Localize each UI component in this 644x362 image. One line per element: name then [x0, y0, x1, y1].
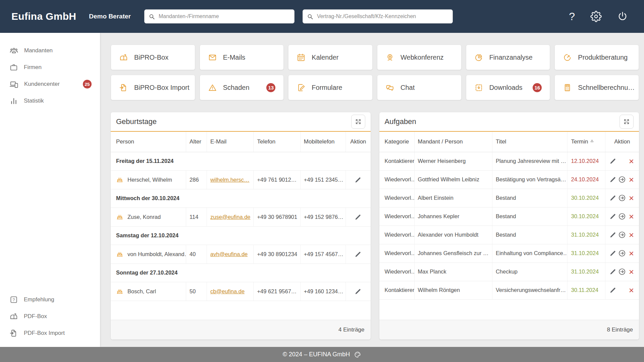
delete-x-icon[interactable]: ×: [627, 156, 636, 167]
tile-downloads[interactable]: Downloads 16: [466, 75, 550, 100]
task-title: Bestätigung von Vertragsä…: [492, 170, 568, 189]
edit-pencil-icon[interactable]: [609, 248, 617, 259]
edit-pencil-icon[interactable]: [609, 174, 617, 185]
birthdays-panel-header: Geburtstage: [111, 112, 371, 132]
page-footer: © 2024 – EUFINA GmbH: [0, 347, 644, 362]
task-title: Planung Jahresreview mit …: [492, 152, 568, 170]
sidebar-item-label: Mandanten: [24, 47, 53, 54]
task-row: Wiedervorl… Gottfried Wilhelm Leibniz Be…: [379, 170, 639, 189]
forward-arrow-icon[interactable]: [618, 248, 626, 259]
forward-arrow-icon[interactable]: [618, 230, 626, 240]
delete-x-icon[interactable]: ×: [627, 285, 636, 296]
sidebar-item-pdf-box[interactable]: PDF-Box: [0, 308, 100, 325]
birthday-row: Zuse, Konrad 114 zuse@eufina.de +49 30 9…: [111, 207, 371, 226]
email-link[interactable]: cb@eufina.de: [210, 288, 245, 294]
settings-gear-icon[interactable]: [590, 11, 602, 22]
person-mobile: +49 151 2345…: [300, 170, 346, 189]
forward-arrow-icon[interactable]: [618, 174, 626, 185]
cake-icon: [116, 288, 123, 295]
contract-search-input[interactable]: [316, 13, 448, 20]
column-header-termin[interactable]: Termin: [568, 132, 605, 152]
forward-arrow-icon[interactable]: [618, 193, 626, 203]
sidebar-item-empfehlung[interactable]: ? Empfehlung: [0, 291, 100, 308]
tile-webkonferenz[interactable]: Webkonferenz: [377, 45, 462, 70]
edit-pencil-icon[interactable]: [353, 286, 364, 297]
delete-x-icon[interactable]: ×: [627, 211, 636, 222]
dashboard-panels: Geburtstage Person Alter E-Mail Telefon …: [111, 112, 639, 340]
column-header-aktion: Aktion: [346, 132, 371, 152]
tile-bipro-box[interactable]: BiPRO-Box: [111, 45, 195, 70]
tile-formulare[interactable]: Formulare: [288, 75, 373, 100]
delete-x-icon[interactable]: ×: [627, 248, 636, 259]
edit-pencil-icon[interactable]: [609, 285, 617, 296]
tile-produktberatung[interactable]: Produktberatung: [554, 45, 639, 70]
edit-pencil-icon[interactable]: [609, 266, 617, 277]
edit-pencil-icon[interactable]: [353, 249, 364, 259]
client-search: [144, 9, 294, 23]
tile-label: Formulare: [312, 84, 342, 92]
tasks-footer: 8 Einträge: [379, 320, 639, 340]
edit-pencil-icon[interactable]: [609, 156, 617, 167]
edit-pencil-icon[interactable]: [609, 211, 617, 222]
sidebar-item-mandanten[interactable]: Mandanten: [0, 42, 100, 59]
email-link[interactable]: avh@eufina.de: [210, 251, 248, 257]
client-search-input[interactable]: [158, 13, 290, 20]
sidebar-item-label: PDF-Box: [24, 313, 47, 320]
birthdays-table: Person Alter E-Mail Telefon Mobiltelefon…: [111, 132, 371, 301]
mailbox-icon: [9, 312, 18, 321]
tile-schnellberechnung[interactable]: Schnellberechnu…: [554, 75, 639, 100]
tile-label: Schaden: [223, 84, 250, 92]
sidebar-item-kundencenter[interactable]: Kundencenter 25: [0, 76, 100, 93]
tile-emails[interactable]: E-Mails: [200, 45, 284, 70]
task-client: Johannes Gensfleisch zur …: [414, 244, 492, 262]
task-category: Kontaktieren: [379, 152, 415, 170]
panel-title: Geburtstage: [116, 117, 157, 126]
cake-icon: [116, 250, 123, 258]
tile-finanzanalyse[interactable]: Finanzanalyse: [466, 45, 550, 70]
warning-icon: [208, 83, 217, 92]
chat-icon: [385, 83, 394, 92]
forward-arrow-icon[interactable]: [618, 211, 626, 222]
expand-icon[interactable]: [620, 115, 634, 129]
sidebar-item-pdf-box-import[interactable]: PDF-Box Import: [0, 325, 100, 342]
quick-tiles: BiPRO-Box E-Mails Kalender Webkonferenz …: [111, 45, 639, 100]
downloads-badge: 16: [533, 83, 542, 92]
help-icon[interactable]: ?: [569, 11, 575, 22]
delete-x-icon[interactable]: ×: [627, 193, 636, 203]
edit-pencil-icon[interactable]: [609, 230, 617, 240]
copyright-text: © 2024 – EUFINA GmbH: [283, 351, 350, 358]
task-due-date: 30.11.2024: [568, 281, 605, 299]
birthday-row: von Humboldt, Alexand… 40 avh@eufina.de …: [111, 245, 371, 263]
tile-chat[interactable]: Chat: [377, 75, 462, 100]
forward-arrow-icon[interactable]: [618, 266, 626, 277]
task-category: Wiedervorl…: [379, 244, 415, 262]
devices-icon: [9, 80, 18, 89]
edit-pencil-icon[interactable]: [609, 193, 617, 203]
delete-x-icon[interactable]: ×: [627, 266, 636, 277]
email-link[interactable]: zuse@eufina.de: [210, 214, 251, 220]
task-title: Checkup: [492, 262, 568, 281]
tile-schaden[interactable]: Schaden 13: [200, 75, 284, 100]
bar-chart-icon: [9, 97, 18, 105]
person-age: 40: [186, 245, 207, 263]
email-link[interactable]: wilhelm.hersc…: [210, 177, 249, 183]
edit-pencil-icon[interactable]: [353, 174, 364, 185]
power-icon[interactable]: [617, 11, 628, 22]
tile-kalender[interactable]: Kalender: [288, 45, 373, 70]
delete-x-icon[interactable]: ×: [627, 174, 636, 185]
palette-icon[interactable]: [354, 351, 361, 358]
sidebar-item-statistik[interactable]: Statistik: [0, 93, 100, 109]
tasks-header-row: Kategorie Mandant / Person Titel Termin …: [379, 132, 639, 152]
person-age: 50: [186, 282, 207, 301]
expand-icon[interactable]: [351, 115, 365, 129]
sidebar-item-firmen[interactable]: Firmen: [0, 59, 100, 76]
sidebar-item-label: Firmen: [24, 64, 42, 71]
edit-pencil-icon[interactable]: [353, 212, 364, 222]
column-header-person: Person: [111, 132, 186, 152]
delete-x-icon[interactable]: ×: [627, 230, 636, 240]
target-arrow-icon: [563, 53, 572, 62]
user-label: Demo Berater: [89, 13, 131, 20]
column-header-alter: Alter: [186, 132, 207, 152]
tile-bipro-box-import[interactable]: BiPRO-Box Import: [111, 75, 195, 100]
task-client: Wilhelm Röntgen: [414, 281, 492, 299]
